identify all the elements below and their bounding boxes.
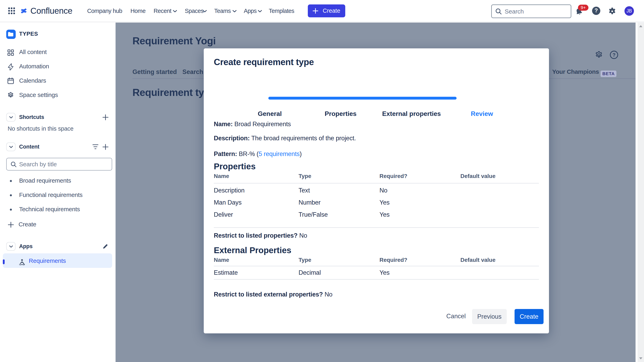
svg-text:?: ? bbox=[612, 52, 616, 58]
